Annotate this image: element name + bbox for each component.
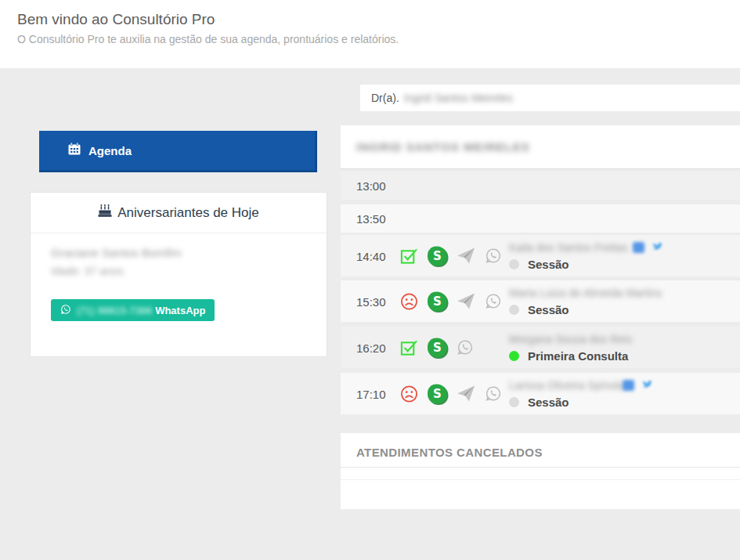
status-label: Sessão [528,258,569,271]
schedule-row-empty[interactable]: 13:00 [341,172,740,200]
status-dot [509,259,519,269]
telegram-send-icon[interactable] [457,385,475,403]
status-dot [509,305,519,315]
page-subtitle: O Consultório Pro te auxilia na gestão d… [17,33,399,45]
status-label: Primeira Consulta [528,349,628,363]
doctor-prefix-label: Dr(a). [371,92,399,104]
attendance-confirmed-icon[interactable] [400,338,418,356]
schedule-row-appointment[interactable]: 16:20 Morgana Souza dos Reis Primeira Co… [341,327,740,368]
patient-name[interactable]: Maria Luiza de Almeida Martins [509,287,662,299]
whatsapp-icon[interactable] [485,247,502,265]
patient-name[interactable]: Larissa Oliveira Spínola [509,379,625,392]
schedule-doctor-header: INGRID SANTOS MEIRELES [341,125,740,169]
attendance-confirmed-icon[interactable] [400,247,418,265]
badge-blue-square-icon [623,380,634,391]
skype-icon[interactable] [428,246,447,266]
whatsapp-phone-number: (71) 98815-7386 [77,305,152,316]
skype-icon[interactable] [428,291,447,311]
badge-blue-square-icon [633,242,644,253]
badge-blue-bird-icon [651,240,662,255]
whatsapp-button[interactable]: (71) 98815-7386 WhatsApp [51,299,215,321]
birthday-cake-icon [98,204,117,222]
badge-blue-bird-icon [641,378,652,392]
cancelled-empty-row [341,468,740,480]
calendar-icon [68,143,81,158]
status-label: Sessão [528,303,569,316]
slot-time-label: 14:40 [356,249,386,262]
birthdays-card: Aniversariantes de Hoje Graciane Santos … [30,192,327,357]
attendance-missed-icon[interactable] [400,385,418,403]
cancelled-appointments-title: ATENDIMENTOS CANCELADOS [341,433,740,468]
birthdays-card-title: Aniversariantes de Hoje [117,205,258,221]
patient-name[interactable]: Morgana Souza dos Reis [509,333,632,345]
schedule-doctor-name: INGRID SANTOS MEIRELES [356,140,530,154]
whatsapp-icon [60,304,71,317]
slot-time-label: 17:10 [356,387,386,400]
status-dot [509,397,519,407]
slot-time-label: 13:00 [356,179,386,193]
slot-time-label: 15:30 [356,294,386,308]
patient-name[interactable]: Kaila dos Santos Freitas [509,241,628,254]
birthday-person-age: Idade: 37 anos [51,265,124,277]
schedule-row-appointment[interactable]: 17:10 [341,373,740,414]
telegram-send-icon[interactable] [457,293,475,310]
app-window: Bem vindo ao Consultório Pro O Consultór… [0,0,740,560]
attendance-missed-icon[interactable] [400,292,418,310]
status-label: Sessão [528,396,569,409]
schedule-row-appointment[interactable]: 15:30 [341,280,740,322]
skype-icon[interactable] [428,338,447,357]
page-title: Bem vindo ao Consultório Pro [17,11,215,28]
doctor-select[interactable]: Dr(a). Ingrid Santos Meireles [360,85,740,111]
birthday-person-name: Graciane Santos Bomfim [51,246,182,259]
slot-time-label: 16:20 [356,341,386,354]
status-dot [509,351,519,361]
slot-time-label: 13:50 [356,212,386,226]
telegram-send-icon[interactable] [457,247,475,265]
schedule-row-appointment[interactable]: 14:40 Kaila dos Santos Freit [341,235,740,276]
whatsapp-button-label: WhatsApp [155,305,205,316]
skype-icon[interactable] [428,384,447,403]
birthdays-card-header: Aniversariantes de Hoje [31,193,327,233]
cancelled-appointments-panel: ATENDIMENTOS CANCELADOS [341,433,740,509]
agenda-button[interactable]: Agenda [39,131,317,172]
whatsapp-icon[interactable] [485,293,502,310]
whatsapp-icon[interactable] [485,385,502,403]
agenda-button-label: Agenda [88,144,132,157]
page-header: Bem vindo ao Consultório Pro O Consultór… [0,0,740,68]
schedule-row-empty[interactable]: 13:50 [341,204,740,233]
doctor-selected-name: Ingrid Santos Meireles [404,92,513,104]
whatsapp-icon[interactable] [457,339,474,356]
